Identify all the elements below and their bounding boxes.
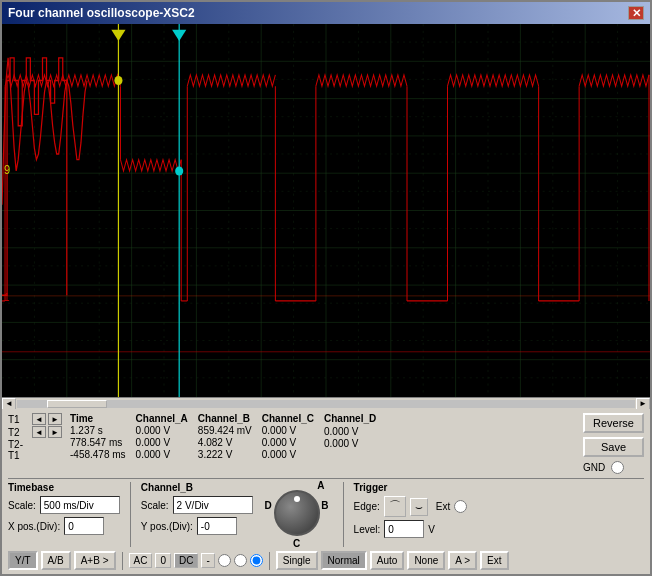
t2-time: 778.547 ms (70, 437, 126, 448)
channelb-ypos-control: Y pos.(Div): (141, 517, 253, 535)
t2-label: T2 (8, 427, 30, 438)
yt-button[interactable]: Y/T (8, 551, 38, 570)
trigger-group: Trigger Edge: ⌒ ⌣ Ext Level: V (354, 482, 468, 538)
radio-1[interactable] (218, 554, 231, 567)
t1-left-btn[interactable]: ◄ (32, 413, 46, 425)
svg-point-46 (175, 166, 183, 175)
trigger-ext-label: Ext (436, 501, 450, 512)
trigger-falling-btn[interactable]: ⌣ (410, 498, 428, 516)
single-button[interactable]: Single (276, 551, 318, 570)
trigger-edge-label: Edge: (354, 501, 380, 512)
divider-2 (343, 482, 344, 547)
a-greater-button[interactable]: A > (448, 551, 477, 570)
divider-4 (269, 552, 270, 570)
knob-label-a: A (317, 480, 324, 491)
side-buttons: Reverse Save GND (583, 413, 644, 474)
chb-values: Channel_B 859.424 mV 4.082 V 3.222 V (198, 413, 252, 460)
oscilloscope-screen: 9 1 (2, 24, 650, 397)
settings-row: Timebase Scale: X pos.(Div): Channel_B S… (8, 482, 644, 547)
time-header: Time (70, 413, 126, 424)
gnd-row: GND (583, 461, 644, 474)
time-values: Time 1.237 s 778.547 ms -458.478 ms (70, 413, 126, 460)
gnd-radio[interactable] (611, 461, 624, 474)
chb-header: Channel_B (198, 413, 252, 424)
save-button[interactable]: Save (583, 437, 644, 457)
trigger-edge-control: Edge: ⌒ ⌣ Ext (354, 496, 468, 517)
scrollbar-thumb[interactable] (47, 400, 107, 408)
none-button[interactable]: None (407, 551, 445, 570)
svg-point-45 (114, 76, 122, 85)
divider-1 (130, 482, 131, 547)
channelb-scale-control: Scale: (141, 496, 253, 514)
channel-knob-container: A B C D (267, 482, 327, 547)
t2-chc: 0.000 V (262, 437, 314, 448)
channel-knob[interactable] (274, 490, 320, 536)
minus-button[interactable]: - (201, 553, 214, 568)
cursor-controls: T1 ◄ ► T2 ◄ ► T2-T1 (8, 413, 62, 461)
t1-time: 1.237 s (70, 425, 126, 436)
bottom-buttons-row: Y/T A/B A+B > AC 0 DC - Single Normal Au… (8, 551, 644, 570)
t2t1-label: T2-T1 (8, 439, 30, 461)
apb-button[interactable]: A+B > (74, 551, 116, 570)
scroll-right-btn[interactable]: ► (636, 398, 650, 410)
channelb-ypos-label: Y pos.(Div): (141, 521, 193, 532)
scroll-left-btn[interactable]: ◄ (2, 398, 16, 410)
measurements-row: T1 ◄ ► T2 ◄ ► T2-T1 Time 1.237 s 778.547… (8, 413, 644, 474)
knob-label-d: D (265, 500, 272, 511)
cha-values: Channel_A 0.000 V 0.000 V 0.000 V (136, 413, 188, 460)
t2-chb: 4.082 V (198, 437, 252, 448)
ac-button[interactable]: AC (129, 553, 153, 568)
t2-right-btn[interactable]: ► (48, 426, 62, 438)
h-scrollbar[interactable]: ◄ ► (2, 397, 650, 409)
knob-indicator (294, 496, 300, 502)
dc-button[interactable]: DC (174, 553, 198, 568)
svg-text:1: 1 (4, 290, 10, 303)
trigger-ext-radio[interactable] (454, 500, 467, 513)
channelb-label: Channel_B (141, 482, 253, 493)
scrollbar-track (17, 400, 635, 408)
t2t1-cha: 0.000 V (136, 449, 188, 460)
timebase-label: Timebase (8, 482, 120, 493)
gnd-label: GND (583, 462, 605, 473)
chc-values: Channel_C 0.000 V 0.000 V 0.000 V (262, 413, 314, 460)
channelb-scale-input[interactable] (173, 496, 253, 514)
t2-left-btn[interactable]: ◄ (32, 426, 46, 438)
chc-header: Channel_C (262, 413, 314, 424)
timebase-xpos-input[interactable] (64, 517, 104, 535)
timebase-scale-input[interactable] (40, 496, 120, 514)
scope-display: 9 1 (2, 24, 650, 397)
t1-label: T1 (8, 414, 30, 425)
zero-button[interactable]: 0 (155, 553, 171, 568)
trigger-rising-btn[interactable]: ⌒ (384, 496, 406, 517)
normal-button[interactable]: Normal (321, 551, 367, 570)
close-button[interactable]: ✕ (628, 6, 644, 20)
t1-right-btn[interactable]: ► (48, 413, 62, 425)
t2t1-chd: 0.000 V (324, 438, 376, 449)
auto-button[interactable]: Auto (370, 551, 405, 570)
chd-header: Channel_D (324, 413, 376, 424)
t2t1-time: -458.478 ms (70, 449, 126, 460)
t2t1-row: T2-T1 (8, 439, 62, 461)
channelb-ypos-input[interactable] (197, 517, 237, 535)
trigger-level-input[interactable] (384, 520, 424, 538)
timebase-xpos-label: X pos.(Div): (8, 521, 60, 532)
cha-header: Channel_A (136, 413, 188, 424)
svg-text:9: 9 (4, 163, 10, 178)
channelb-scale-label: Scale: (141, 500, 169, 511)
trigger-label: Trigger (354, 482, 468, 493)
radio-2[interactable] (234, 554, 247, 567)
title-bar: Four channel oscilloscope-XSC2 ✕ (2, 2, 650, 24)
t1-chc: 0.000 V (262, 425, 314, 436)
reverse-button[interactable]: Reverse (583, 413, 644, 433)
ab-button[interactable]: A/B (41, 551, 71, 570)
timebase-scale-label: Scale: (8, 500, 36, 511)
controls-area: T1 ◄ ► T2 ◄ ► T2-T1 Time 1.237 s 778.547… (2, 409, 650, 574)
trigger-level-control: Level: V (354, 520, 468, 538)
radio-3[interactable] (250, 554, 263, 567)
ext-trigger-button[interactable]: Ext (480, 551, 508, 570)
t2t1-chb: 3.222 V (198, 449, 252, 460)
window-title: Four channel oscilloscope-XSC2 (8, 6, 195, 20)
t2-row: T2 ◄ ► (8, 426, 62, 438)
chd-values: Channel_D 0.000 V 0.000 V (324, 413, 376, 449)
channelb-group: Channel_B Scale: Y pos.(Div): (141, 482, 253, 535)
